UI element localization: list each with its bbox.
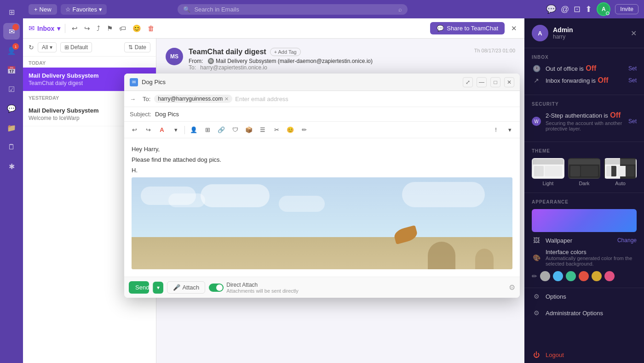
- cloud-4: [279, 196, 325, 212]
- compose-insert-person-btn[interactable]: 👤: [187, 124, 200, 136]
- apps-icon[interactable]: ⊡: [574, 4, 581, 14]
- color-yellow[interactable]: [592, 271, 602, 281]
- top-bar-right: 💬 @ ⊡ ⬆ A Invite: [546, 2, 638, 16]
- mentions-icon[interactable]: @: [561, 5, 569, 14]
- compose-emoji-btn[interactable]: 😊: [284, 124, 297, 136]
- chat-nav-icon[interactable]: 💬: [546, 4, 556, 14]
- inbox-forwarding-status: Off: [598, 76, 609, 84]
- delete-btn[interactable]: 🗑: [146, 23, 156, 34]
- attach-icon: 🎤: [173, 284, 180, 291]
- default-filter-btn[interactable]: ⊞ Default: [60, 42, 92, 52]
- forward-btn[interactable]: ⤴: [95, 23, 102, 34]
- wallpaper-change-link[interactable]: Change: [617, 237, 637, 244]
- color-white[interactable]: [540, 271, 550, 281]
- invite-button[interactable]: Invite: [615, 4, 638, 14]
- color-orange[interactable]: [579, 271, 589, 281]
- compose-external-btn[interactable]: ⤢: [463, 77, 473, 87]
- compose-close-btn[interactable]: ✕: [504, 77, 514, 87]
- compose-scissors-btn[interactable]: ✂: [270, 124, 283, 136]
- compose-maximize-btn[interactable]: □: [490, 77, 500, 87]
- compose-image: [132, 177, 512, 269]
- two-step-status: Off: [610, 111, 621, 119]
- compose-box-btn[interactable]: 📦: [242, 124, 255, 136]
- reply-btn[interactable]: ↩: [70, 23, 80, 34]
- upload-icon[interactable]: ⬆: [585, 4, 592, 14]
- send-button[interactable]: Send: [129, 281, 149, 294]
- compose-editor[interactable]: Hey Harry, Please find the attached dog …: [124, 138, 520, 277]
- compose-important-btn[interactable]: !: [489, 124, 502, 136]
- notes-icon[interactable]: 🗒: [3, 139, 20, 155]
- pencil-icon[interactable]: ✏: [532, 271, 537, 281]
- emoji-btn[interactable]: 😊: [131, 23, 143, 34]
- share-teamchat-btn[interactable]: 💬 Share to TeamChat: [430, 22, 505, 34]
- inbox-forwarding-set-link[interactable]: Set: [628, 77, 637, 84]
- compose-insert-table-btn[interactable]: ⊞: [201, 124, 214, 136]
- refresh-icon[interactable]: ↻: [29, 44, 34, 51]
- compose-settings-btn[interactable]: ⚙: [509, 283, 515, 292]
- compose-minimize-btn[interactable]: —: [477, 77, 487, 87]
- contacts-icon[interactable]: 👤1: [3, 42, 20, 59]
- compose-shield-btn[interactable]: 🛡: [229, 124, 242, 136]
- grid-icon[interactable]: ⊞: [3, 4, 20, 20]
- remove-recipient-btn[interactable]: ✕: [224, 96, 229, 102]
- new-button[interactable]: + New: [29, 4, 57, 15]
- inbox-selector[interactable]: Inbox ▾: [37, 25, 60, 32]
- close-email-btn[interactable]: ✕: [509, 23, 519, 34]
- logout-row[interactable]: ⏻ Logout: [524, 346, 644, 363]
- compose-edit-btn[interactable]: ✏: [298, 124, 310, 136]
- color-blue[interactable]: [553, 271, 563, 281]
- compose-redo-btn[interactable]: ↪: [142, 124, 155, 136]
- add-tag-btn[interactable]: + Add Tag: [270, 48, 301, 56]
- direct-attach-switch[interactable]: [209, 284, 224, 292]
- interface-colors-icon: 🎨: [532, 254, 541, 261]
- tag-btn[interactable]: 🏷: [117, 23, 128, 34]
- email-from: From: 🔘 Mail Delivery Subsystem (mailer-…: [189, 58, 469, 64]
- all-filter-btn[interactable]: All ▾: [38, 42, 57, 52]
- flag-btn[interactable]: ⚑: [105, 23, 115, 34]
- compose-more-btn[interactable]: ▾: [503, 124, 516, 136]
- compose-undo-btn[interactable]: ↩: [128, 124, 141, 136]
- attach-button[interactable]: 🎤 Attach: [167, 281, 205, 294]
- wallpaper-preview: [532, 209, 637, 232]
- compose-header: ✉ Dog Pics ⤢ — □ ✕: [124, 74, 520, 91]
- search-input[interactable]: [194, 6, 395, 13]
- compose-insert-link-btn[interactable]: 🔗: [215, 124, 228, 136]
- user-info: Admin harry: [553, 26, 573, 40]
- options-row[interactable]: ⚙ Options: [524, 288, 644, 305]
- tasks-icon[interactable]: ☑: [3, 81, 20, 97]
- favorites-button[interactable]: ☆ Favorites ▾: [61, 4, 107, 15]
- compose-list-btn[interactable]: ☰: [256, 124, 269, 136]
- color-pink[interactable]: [604, 271, 615, 281]
- compose-to-input[interactable]: [235, 96, 514, 102]
- out-of-office-status: Off: [586, 64, 596, 72]
- mail-icon[interactable]: ✉: [3, 23, 20, 40]
- compose-font-dropdown-btn[interactable]: ▾: [169, 124, 182, 136]
- theme-light[interactable]: Light: [532, 158, 564, 186]
- chat-icon[interactable]: 💬: [3, 100, 20, 117]
- reply-all-btn[interactable]: ↪: [82, 23, 92, 34]
- user-display-name: Admin: [553, 26, 573, 34]
- date-sort-btn[interactable]: ⇅ Date: [124, 42, 150, 52]
- filter-chevron-icon: ▾: [50, 44, 52, 51]
- compose-body: → To: harry@harryguinness.com ✕ Subject:…: [124, 91, 520, 277]
- admin-options-row[interactable]: ⚙ Administrator Options: [524, 305, 644, 321]
- color-teal[interactable]: [566, 271, 576, 281]
- out-of-office-set-link[interactable]: Set: [628, 65, 637, 72]
- search-submit-icon[interactable]: ⌕: [398, 6, 402, 13]
- sender-avatar: MS: [166, 48, 183, 65]
- appearance-section-title: APPEARANCE: [532, 199, 637, 204]
- user-avatar[interactable]: A: [597, 2, 610, 16]
- search-bar: 🔍 ⌕: [178, 4, 408, 15]
- email-toolbar: ✉ Inbox ▾ ↩ ↪ ⤴ ⚑ 🏷 😊 🗑 💬 Share to: [23, 18, 524, 39]
- email-meta: TeamChat daily digest + Add Tag From: 🔘 …: [189, 48, 469, 71]
- tools-icon[interactable]: ✱: [3, 158, 20, 175]
- files-icon[interactable]: 📁: [3, 119, 20, 136]
- theme-dark-preview: [568, 158, 601, 179]
- compose-font-btn[interactable]: A: [155, 124, 168, 136]
- theme-dark[interactable]: Dark: [568, 158, 601, 186]
- send-dropdown-btn[interactable]: ▾: [153, 282, 163, 294]
- calendar-icon[interactable]: 📅: [3, 62, 20, 78]
- two-step-set-link[interactable]: Set: [628, 118, 637, 125]
- close-panel-btn[interactable]: ✕: [631, 29, 637, 38]
- theme-auto[interactable]: Auto: [604, 158, 637, 186]
